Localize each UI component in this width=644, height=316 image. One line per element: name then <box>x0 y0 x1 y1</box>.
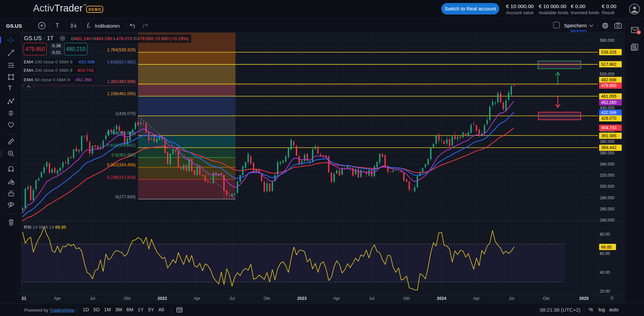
svg-text:2022: 2022 <box>158 296 167 301</box>
svg-text:391.085: 391.085 <box>601 134 616 138</box>
svg-text:Apr: Apr <box>54 296 60 301</box>
svg-text:380.000: 380.000 <box>600 139 615 144</box>
svg-text:340.000: 340.000 <box>600 162 615 167</box>
svg-text:260.000: 260.000 <box>600 207 615 211</box>
svg-text:0.618(369.442): 0.618(369.442) <box>107 143 136 148</box>
svg-text:500.000: 500.000 <box>600 72 615 77</box>
svg-text:Apr: Apr <box>194 296 200 301</box>
svg-text:Jul: Jul <box>509 296 514 301</box>
svg-text:0(277.830): 0(277.830) <box>115 195 136 199</box>
svg-text:Okt: Okt <box>263 296 270 301</box>
svg-text:2025: 2025 <box>579 296 589 301</box>
svg-text:0.382(334.458): 0.382(334.458) <box>107 163 136 167</box>
svg-text:1.382(482.698): 1.382(482.698) <box>107 79 136 84</box>
svg-text:560.000: 560.000 <box>600 38 615 43</box>
svg-text:300.000: 300.000 <box>600 184 615 189</box>
svg-text:320.000: 320.000 <box>600 173 615 178</box>
svg-text:20.00: 20.00 <box>600 289 610 294</box>
svg-text:461.055: 461.055 <box>601 94 616 99</box>
svg-text:280.000: 280.000 <box>600 196 615 200</box>
svg-text:66.85: 66.85 <box>601 245 612 250</box>
svg-text:360.000: 360.000 <box>600 151 615 155</box>
svg-text:Apr: Apr <box>333 296 340 301</box>
svg-text:240.000: 240.000 <box>600 218 615 223</box>
svg-text:426.070: 426.070 <box>601 116 616 121</box>
svg-text:1.236(461.055): 1.236(461.055) <box>107 91 136 96</box>
svg-text:539.325: 539.325 <box>601 50 616 55</box>
svg-text:452.260: 452.260 <box>601 100 616 105</box>
svg-text:Jul: Jul <box>229 296 235 301</box>
svg-text:Apr: Apr <box>473 296 479 301</box>
svg-text:479.850: 479.850 <box>601 83 616 88</box>
svg-text:2023: 2023 <box>297 296 307 301</box>
svg-text:1.764(539.325): 1.764(539.325) <box>107 48 136 52</box>
svg-text:21: 21 <box>22 296 26 301</box>
svg-text:482.698: 482.698 <box>601 78 616 82</box>
svg-text:517.682: 517.682 <box>601 62 616 67</box>
svg-text:1(426.070): 1(426.070) <box>115 111 136 116</box>
svg-text:432.586: 432.586 <box>601 110 616 115</box>
svg-text:Okt: Okt <box>124 296 131 301</box>
svg-text:2024: 2024 <box>437 296 446 301</box>
svg-text:Okt: Okt <box>403 296 410 301</box>
svg-text:1.618(517.682): 1.618(517.682) <box>107 60 136 64</box>
svg-text:404.743: 404.743 <box>601 125 616 130</box>
svg-text:0.236(312.815): 0.236(312.815) <box>107 175 136 180</box>
svg-text:0.764(391.085): 0.764(391.085) <box>107 131 136 136</box>
svg-text:60.00: 60.00 <box>600 251 610 256</box>
svg-text:RSI 14 SMA 14 66.85: RSI 14 SMA 14 66.85 <box>24 225 66 230</box>
svg-text:0.5(351.950): 0.5(351.950) <box>112 153 136 157</box>
svg-text:40.00: 40.00 <box>600 270 610 275</box>
svg-text:369.442: 369.442 <box>601 145 616 150</box>
svg-text:Jul: Jul <box>369 296 374 301</box>
svg-text:Jul: Jul <box>90 296 95 301</box>
svg-text:80.00: 80.00 <box>600 232 610 237</box>
svg-text:Okt: Okt <box>543 296 550 301</box>
